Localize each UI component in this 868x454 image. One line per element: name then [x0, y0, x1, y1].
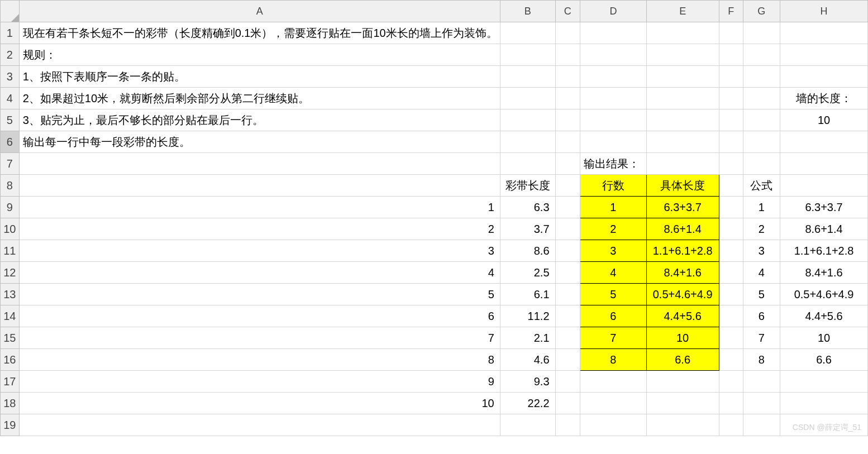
cell-G12[interactable]: 4 — [743, 262, 780, 284]
cell-B10[interactable]: 3.7 — [500, 218, 555, 240]
cell-H7[interactable] — [780, 153, 868, 175]
cell-A1[interactable]: 现在有若干条长短不一的彩带（长度精确到0.1米），需要逐行贴在一面10米长的墙上… — [19, 22, 500, 44]
cell-F13[interactable] — [719, 284, 743, 305]
cell-F8[interactable] — [719, 175, 743, 197]
col-header-A[interactable]: A — [19, 1, 500, 22]
cell-H6[interactable] — [780, 131, 868, 153]
cell-D19[interactable] — [580, 414, 646, 436]
cell-G17[interactable] — [743, 371, 780, 393]
cell-C19[interactable] — [555, 414, 580, 436]
cell-C2[interactable] — [555, 44, 580, 66]
row-header-10[interactable]: 10 — [1, 218, 20, 240]
cell-D10[interactable]: 2 — [580, 218, 646, 240]
cell-C15[interactable] — [555, 327, 580, 349]
cell-A11[interactable]: 3 — [19, 240, 500, 262]
cell-B17[interactable]: 9.3 — [500, 371, 555, 393]
cell-E6[interactable] — [646, 131, 719, 153]
cell-A10[interactable]: 2 — [19, 218, 500, 240]
row-header-16[interactable]: 16 — [1, 349, 20, 371]
cell-H16[interactable]: 6.6 — [780, 349, 868, 371]
cell-A12[interactable]: 4 — [19, 262, 500, 284]
cell-F10[interactable] — [719, 218, 743, 240]
cell-A13[interactable]: 5 — [19, 284, 500, 305]
cell-A5[interactable]: 3、贴完为止，最后不够长的部分贴在最后一行。 — [19, 109, 500, 131]
cell-E14[interactable]: 4.4+5.6 — [646, 305, 719, 327]
row-header-7[interactable]: 7 — [1, 153, 20, 175]
cell-D6[interactable] — [580, 131, 646, 153]
cell-H3[interactable] — [780, 66, 868, 88]
cell-D8[interactable]: 行数 — [580, 175, 646, 197]
cell-G7[interactable] — [743, 153, 780, 175]
cell-E19[interactable] — [646, 414, 719, 436]
cell-D4[interactable] — [580, 88, 646, 109]
cell-A4[interactable]: 2、如果超过10米，就剪断然后剩余部分从第二行继续贴。 — [19, 88, 500, 109]
cell-G6[interactable] — [743, 131, 780, 153]
cell-D15[interactable]: 7 — [580, 327, 646, 349]
cell-A8[interactable] — [19, 175, 500, 197]
cell-H11[interactable]: 1.1+6.1+2.8 — [780, 240, 868, 262]
cell-E13[interactable]: 0.5+4.6+4.9 — [646, 284, 719, 305]
cell-A2[interactable]: 规则： — [19, 44, 500, 66]
col-header-B[interactable]: B — [500, 1, 555, 22]
cell-B6[interactable] — [500, 131, 555, 153]
cell-B5[interactable] — [500, 109, 555, 131]
cell-A19[interactable] — [19, 414, 500, 436]
cell-E1[interactable] — [646, 22, 719, 44]
cell-A18[interactable]: 10 — [19, 393, 500, 414]
cell-H19[interactable] — [780, 414, 868, 436]
cell-B1[interactable] — [500, 22, 555, 44]
cell-G1[interactable] — [743, 22, 780, 44]
cell-H9[interactable]: 6.3+3.7 — [780, 197, 868, 218]
cell-E15[interactable]: 10 — [646, 327, 719, 349]
cell-C6[interactable] — [555, 131, 580, 153]
cell-F17[interactable] — [719, 371, 743, 393]
cell-E7[interactable] — [646, 153, 719, 175]
cell-E8[interactable]: 具体长度 — [646, 175, 719, 197]
row-header-3[interactable]: 3 — [1, 66, 20, 88]
cell-D17[interactable] — [580, 371, 646, 393]
cell-C5[interactable] — [555, 109, 580, 131]
cell-E16[interactable]: 6.6 — [646, 349, 719, 371]
cell-F16[interactable] — [719, 349, 743, 371]
cell-B2[interactable] — [500, 44, 555, 66]
cell-B13[interactable]: 6.1 — [500, 284, 555, 305]
cell-G16[interactable]: 8 — [743, 349, 780, 371]
cell-D12[interactable]: 4 — [580, 262, 646, 284]
cell-A9[interactable]: 1 — [19, 197, 500, 218]
cell-F5[interactable] — [719, 109, 743, 131]
cell-B7[interactable] — [500, 153, 555, 175]
cell-G15[interactable]: 7 — [743, 327, 780, 349]
cell-A17[interactable]: 9 — [19, 371, 500, 393]
cell-H17[interactable] — [780, 371, 868, 393]
cell-D11[interactable]: 3 — [580, 240, 646, 262]
col-header-H[interactable]: H — [780, 1, 868, 22]
row-header-18[interactable]: 18 — [1, 393, 20, 414]
cell-G9[interactable]: 1 — [743, 197, 780, 218]
col-header-G[interactable]: G — [743, 1, 780, 22]
row-header-6[interactable]: 6 — [1, 131, 20, 153]
cell-F3[interactable] — [719, 66, 743, 88]
row-header-11[interactable]: 11 — [1, 240, 20, 262]
cell-C12[interactable] — [555, 262, 580, 284]
row-header-13[interactable]: 13 — [1, 284, 20, 305]
cell-H10[interactable]: 8.6+1.4 — [780, 218, 868, 240]
cell-E3[interactable] — [646, 66, 719, 88]
cell-C8[interactable] — [555, 175, 580, 197]
cell-B9[interactable]: 6.3 — [500, 197, 555, 218]
cell-D9[interactable]: 1 — [580, 197, 646, 218]
cell-F19[interactable] — [719, 414, 743, 436]
row-header-8[interactable]: 8 — [1, 175, 20, 197]
cell-F12[interactable] — [719, 262, 743, 284]
cell-G4[interactable] — [743, 88, 780, 109]
cell-E12[interactable]: 8.4+1.6 — [646, 262, 719, 284]
cell-D5[interactable] — [580, 109, 646, 131]
cell-B4[interactable] — [500, 88, 555, 109]
cell-D3[interactable] — [580, 66, 646, 88]
row-header-15[interactable]: 15 — [1, 327, 20, 349]
cell-E5[interactable] — [646, 109, 719, 131]
row-header-2[interactable]: 2 — [1, 44, 20, 66]
cell-G3[interactable] — [743, 66, 780, 88]
cell-C13[interactable] — [555, 284, 580, 305]
cell-G5[interactable] — [743, 109, 780, 131]
cell-C14[interactable] — [555, 305, 580, 327]
